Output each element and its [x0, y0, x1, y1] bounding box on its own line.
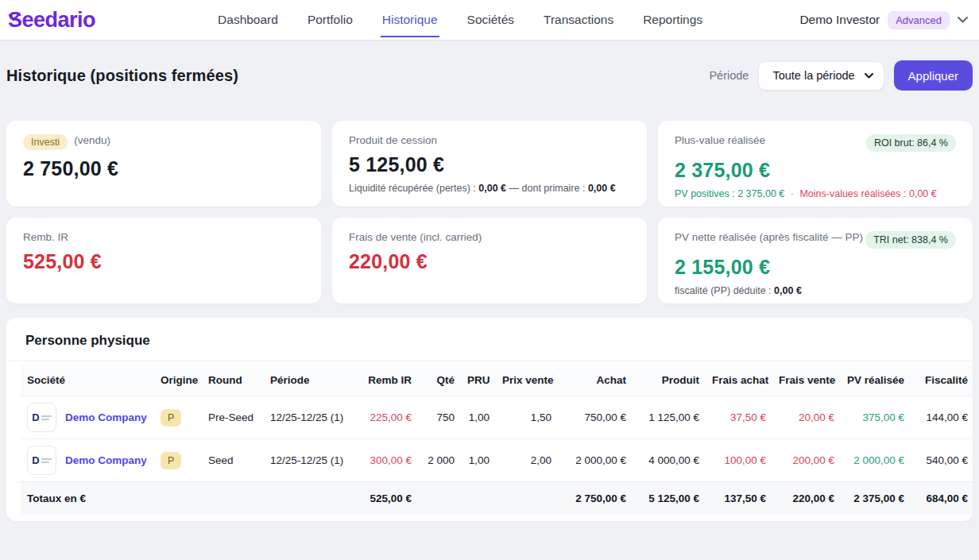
cell-frais-achat: 100,00 € [706, 439, 772, 482]
user-plan-badge: Advanced [888, 11, 950, 29]
main-nav: Dashboard Portfolio Historique Sociétés … [216, 2, 704, 37]
frais-vente-value: 220,00 € [349, 250, 630, 273]
col-prix-vente: Prix vente [496, 365, 558, 396]
col-frais-achat: Frais achat [706, 365, 772, 396]
card-plus-value: Plus-value réalisée ROI brut: 86,4 % 2 3… [658, 121, 973, 207]
apply-button[interactable]: Appliquer [894, 60, 973, 91]
cell-periode: 12/25-12/25 (1) [264, 439, 358, 482]
investi-value: 2 750,00 € [23, 157, 304, 180]
card-investi: Investi (vendu) 2 750,00 € [6, 121, 321, 207]
card-remb-ir: Remb. IR 525,00 € [6, 218, 321, 303]
produit-cession-subtext: Liquidité récupérée (pertes) : 0,00 € — … [349, 183, 630, 194]
positions-table-section: Personne physique Société Origine Round … [6, 318, 973, 521]
period-select-value: Toute la période [772, 69, 854, 82]
page-title: Historique (positions fermées) [6, 67, 238, 85]
plus-value-value: 2 375,00 € [675, 159, 956, 182]
totals-row: Totaux en € 525,00 € 2 750,00 € 5 125,00… [21, 482, 973, 516]
kpi-row-1: Investi (vendu) 2 750,00 € Produit de ce… [6, 121, 973, 207]
user-name: Demo Investor [799, 13, 880, 27]
col-pru: PRU [461, 365, 496, 396]
nav-item-historique[interactable]: Historique [381, 2, 439, 37]
cell-achat: 2 000,00 € [558, 439, 633, 482]
cell-frais-achat: 37,50 € [706, 396, 772, 439]
remb-ir-value: 525,00 € [23, 250, 304, 273]
cell-remb-ir: 300,00 € [358, 439, 418, 482]
col-frais-vente: Frais vente [772, 365, 841, 396]
company-logo: D [27, 403, 56, 432]
origin-badge: P [161, 452, 181, 469]
card-pv-nette: PV nette réalisée (après fiscalité — PP)… [658, 218, 973, 303]
cell-pru: 1,00 [461, 439, 496, 482]
nav-item-societes[interactable]: Sociétés [466, 2, 516, 37]
produit-cession-label: Produit de cession [349, 134, 630, 146]
cell-produit: 4 000,00 € [633, 439, 706, 482]
col-achat: Achat [558, 365, 633, 396]
logo-text: Seedario [8, 8, 95, 32]
filter-controls: Période Toute la période Appliquer [709, 60, 973, 91]
tri-badge: TRI net: 838,4 % [865, 231, 956, 249]
main-content: Historique (positions fermées) Période T… [0, 40, 979, 521]
totals-produit: 5 125,00 € [633, 482, 706, 516]
table-wrapper: Société Origine Round Période Remb IR Qt… [6, 361, 973, 521]
cell-round: Seed [202, 439, 264, 482]
cell-produit: 1 125,00 € [633, 396, 706, 439]
plus-value-label: Plus-value réalisée [675, 134, 765, 146]
cell-prix-vente: 1,50 [496, 396, 558, 439]
app-logo[interactable]: Seedario [8, 8, 95, 33]
col-periode: Période [264, 365, 358, 396]
select-chevron-icon [865, 73, 873, 79]
origin-badge: P [161, 409, 181, 427]
totals-pv-realisee: 2 375,00 € [841, 482, 911, 516]
table-header-row: Société Origine Round Période Remb IR Qt… [21, 365, 973, 396]
col-round: Round [202, 365, 264, 396]
company-logo: D [27, 446, 56, 475]
col-origine: Origine [154, 365, 202, 396]
section-title: Personne physique [6, 318, 973, 361]
user-menu[interactable]: Demo Investor Advanced [799, 11, 968, 29]
cell-frais-vente: 200,00 € [772, 439, 841, 482]
cell-achat: 750,00 € [558, 396, 633, 439]
cell-round: Pre-Seed [202, 396, 264, 439]
produit-cession-value: 5 125,00 € [349, 153, 630, 176]
period-select[interactable]: Toute la période [758, 61, 884, 91]
remb-ir-label: Remb. IR [23, 231, 304, 243]
cell-qte: 750 [418, 396, 461, 439]
investi-badge: Investi [23, 134, 68, 150]
cell-qte: 2 000 [418, 439, 461, 482]
table-row: D Demo Company P Seed 12/25-12/25 (1) 30… [21, 439, 973, 482]
cell-pv-realisee: 2 000,00 € [841, 439, 911, 482]
cell-remb-ir: 225,00 € [358, 396, 418, 439]
col-produit: Produit [633, 365, 706, 396]
company-link[interactable]: Demo Company [65, 454, 147, 466]
totals-achat: 2 750,00 € [558, 482, 633, 516]
cell-pv-realisee: 375,00 € [841, 396, 911, 439]
card-frais-vente: Frais de vente (incl. carried) 220,00 € [332, 218, 647, 303]
nav-item-dashboard[interactable]: Dashboard [216, 2, 280, 37]
logo-caron-icon [9, 2, 19, 27]
pv-nette-value: 2 155,00 € [675, 256, 956, 279]
frais-vente-label: Frais de vente (incl. carried) [349, 231, 630, 243]
chevron-down-icon [958, 17, 968, 23]
cell-prix-vente: 2,00 [496, 439, 558, 482]
cell-fiscalite: 540,00 € [911, 439, 973, 482]
nav-item-portfolio[interactable]: Portfolio [306, 2, 354, 37]
col-pv-realisee: PV réalisée [841, 365, 911, 396]
totals-remb-ir: 525,00 € [358, 482, 418, 516]
cell-fiscalite: 144,00 € [911, 396, 973, 439]
nav-item-reportings[interactable]: Reportings [641, 2, 704, 37]
cell-frais-vente: 20,00 € [772, 396, 841, 439]
pv-nette-subtext: fiscalité (PP) déduite : 0,00 € [675, 285, 956, 296]
totals-fiscalite: 684,00 € [911, 482, 973, 516]
totals-frais-achat: 137,50 € [706, 482, 772, 516]
period-label: Période [709, 69, 749, 82]
top-nav: Seedario Dashboard Portfolio Historique … [0, 0, 979, 40]
nav-item-transactions[interactable]: Transactions [542, 2, 615, 37]
roi-badge: ROI brut: 86,4 % [866, 134, 956, 152]
pv-nette-label: PV nette réalisée (après fiscalité — PP) [675, 231, 863, 243]
col-qte: Qté [418, 365, 461, 396]
cell-pru: 1,00 [461, 396, 496, 439]
totals-frais-vente: 220,00 € [772, 482, 841, 516]
col-societe: Société [21, 365, 154, 396]
col-fiscalite: Fiscalité [911, 365, 973, 396]
company-link[interactable]: Demo Company [65, 411, 147, 423]
